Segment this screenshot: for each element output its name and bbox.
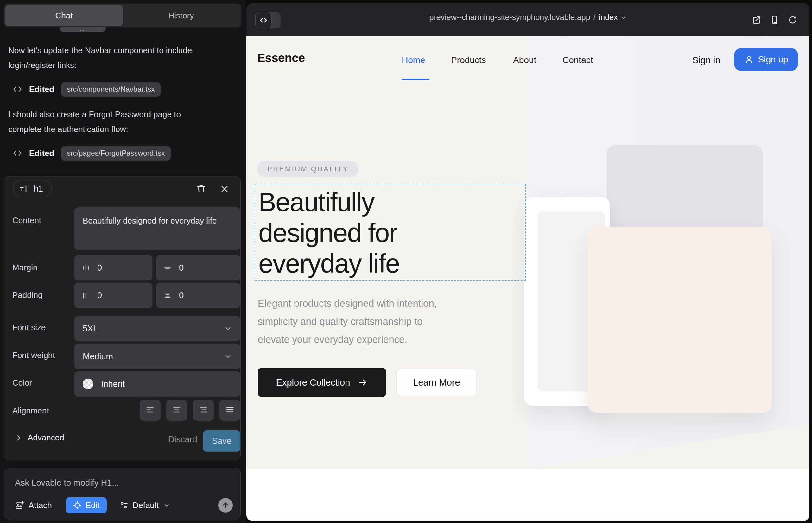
padding-y-input[interactable]: 0 [156, 283, 240, 308]
chevron-down-icon [163, 502, 170, 509]
chat-message: Now let's update the Navbar component to… [8, 43, 211, 73]
edit-mode-button[interactable]: Edit [66, 497, 107, 513]
tab-history[interactable]: History [123, 5, 240, 26]
close-icon [220, 184, 229, 194]
active-nav-underline [402, 78, 429, 80]
content-label: Content [12, 216, 41, 226]
learn-more-button[interactable]: Learn More [396, 368, 477, 396]
align-right-button[interactable] [193, 400, 214, 421]
site-logo[interactable]: Essence [257, 51, 305, 65]
align-center-icon [172, 405, 181, 415]
sign-in-link[interactable]: Sign in [692, 55, 721, 66]
padding-label: Padding [12, 290, 42, 300]
smartphone-icon [770, 15, 779, 25]
font-weight-select[interactable]: Medium [74, 344, 240, 369]
code-icon [13, 85, 22, 94]
chevron-down-icon [224, 325, 232, 333]
target-icon [73, 501, 82, 510]
composer-controls: Attach Edit Default [15, 497, 233, 513]
chat-message: I should also create a Forgot Password p… [8, 107, 211, 137]
text-type-icon [20, 184, 29, 194]
user-icon [744, 55, 754, 64]
nav-link-about[interactable]: About [513, 55, 536, 65]
sign-up-button[interactable]: Sign up [734, 48, 798, 71]
image-plus-icon [15, 501, 24, 510]
browser-chrome-bar: preview--charming-site-symphony.lovable.… [246, 3, 810, 36]
align-right-icon [198, 405, 208, 415]
align-justify-icon [225, 405, 235, 415]
edited-file-row: Edited src/pages/ForgotPassword.tsx [13, 145, 171, 161]
save-button[interactable]: Save [203, 430, 240, 452]
attach-button[interactable]: Attach [15, 501, 52, 510]
close-editor-button[interactable] [218, 183, 231, 195]
composer-input[interactable] [15, 475, 224, 490]
site-viewport: Essence Home Products About Contact Sign… [246, 36, 810, 521]
chat-history-tabs: Chat History [4, 4, 241, 27]
preview-url: preview--charming-site-symphony.lovable.… [429, 13, 590, 21]
nav-link-home[interactable]: Home [402, 55, 425, 65]
refresh-icon [788, 15, 797, 25]
content-textarea[interactable]: Beautifully designed for everyday life [74, 208, 240, 250]
model-default-button[interactable]: Default [119, 501, 170, 510]
sliders-icon [119, 501, 128, 510]
chevron-down-icon [620, 15, 626, 21]
align-justify-button[interactable] [219, 400, 240, 421]
align-center-button[interactable] [166, 400, 187, 421]
edited-label: Edited [29, 85, 54, 94]
advanced-toggle[interactable]: Advanced [15, 433, 64, 443]
font-weight-label: Font weight [12, 350, 55, 360]
alignment-label: Alignment [12, 406, 49, 416]
edited-label: Edited [29, 148, 54, 158]
scrolled-badge-partial: .. [59, 27, 106, 32]
trash-icon [196, 184, 206, 194]
file-badge[interactable]: src/pages/ForgotPassword.tsx [61, 146, 170, 161]
font-size-label: Font size [12, 323, 46, 332]
color-label: Color [12, 378, 32, 388]
discard-button[interactable]: Discard [168, 435, 197, 445]
margin-label: Margin [12, 263, 37, 273]
premium-quality-badge: PREMIUM QUALITY [257, 161, 359, 177]
chat-sidebar: Chat History .. Now let's update the Nav… [0, 0, 246, 523]
tag-label: h1 [34, 184, 43, 194]
margin-y-input[interactable]: 0 [156, 255, 240, 281]
url-bar[interactable]: preview--charming-site-symphony.lovable.… [246, 13, 810, 22]
hero-description: Elegant products designed with intention… [258, 294, 437, 348]
margin-vertical-icon [163, 264, 172, 272]
decor-card-cream [587, 227, 772, 413]
explore-collection-button[interactable]: Explore Collection [258, 368, 386, 397]
site-hero-section: Essence Home Products About Contact Sign… [246, 36, 810, 469]
edited-file-row: Edited src/components/Navbar.tsx [13, 81, 161, 97]
app-window: Chat History .. Now let's update the Nav… [0, 0, 812, 523]
margin-horizontal-icon [82, 264, 90, 272]
decor-wedge [530, 424, 810, 469]
hero-headline[interactable]: Beautifully designed for everyday life [259, 187, 400, 279]
nav-link-products[interactable]: Products [451, 55, 486, 65]
margin-x-input[interactable]: 0 [74, 255, 152, 281]
selected-element-tag: h1 [13, 180, 52, 197]
transparency-swatch-icon [83, 379, 93, 390]
file-badge[interactable]: src/components/Navbar.tsx [61, 82, 160, 96]
route-name: index [599, 13, 618, 21]
align-left-icon [145, 405, 155, 415]
color-field[interactable]: Inherit [74, 371, 240, 397]
arrow-right-icon [358, 378, 368, 387]
align-left-button[interactable] [140, 400, 161, 421]
nav-link-contact[interactable]: Contact [562, 55, 593, 65]
padding-vertical-icon [163, 291, 172, 300]
preview-browser-frame: preview--charming-site-symphony.lovable.… [246, 3, 810, 521]
padding-horizontal-icon [82, 291, 90, 300]
delete-element-button[interactable] [195, 182, 208, 195]
refresh-button[interactable] [788, 15, 797, 25]
padding-x-input[interactable]: 0 [74, 283, 152, 308]
send-button[interactable] [218, 498, 233, 512]
code-icon [13, 148, 22, 158]
chevron-right-icon [15, 434, 22, 441]
chevron-down-icon [224, 353, 232, 361]
open-in-new-tab-button[interactable] [752, 15, 761, 25]
tab-chat[interactable]: Chat [5, 5, 123, 26]
font-size-select[interactable]: 5XL [74, 316, 240, 341]
external-link-icon [752, 15, 761, 25]
element-editor-panel: h1 Content Beautifully designed for ever… [4, 176, 241, 460]
mobile-view-button[interactable] [770, 15, 779, 25]
chat-composer: Attach Edit Default [4, 468, 241, 520]
